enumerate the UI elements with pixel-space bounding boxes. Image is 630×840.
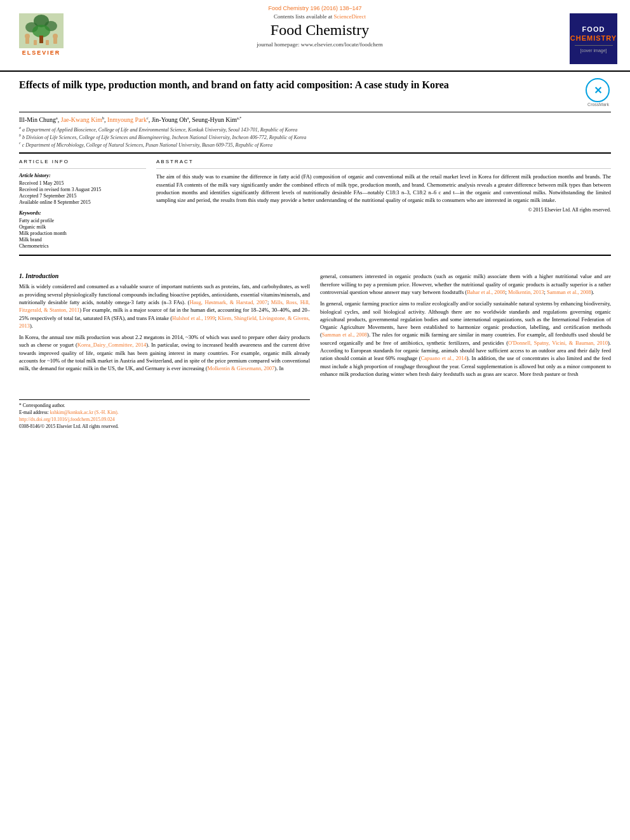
- elsevier-logo: ELSEVIER: [13, 13, 70, 56]
- author-jae-kwang-kim[interactable]: Jae-Kwang Kim: [61, 116, 102, 123]
- author-inmyoung-park[interactable]: Inmyoung Park: [107, 116, 147, 123]
- science-direct-text: Contents lists available at ScienceDirec…: [76, 13, 563, 20]
- author-jin-young-oh: Jin-Young Oh: [152, 116, 187, 123]
- intro-para-1: Milk is widely considered and consumed a…: [19, 283, 310, 330]
- footnote-doi: http://dx.doi.org/10.1016/j.foodchem.201…: [19, 417, 310, 422]
- article-history-items: Received 1 May 2015 Received in revised …: [19, 180, 146, 205]
- copyright-line: © 2015 Elsevier Ltd. All rights reserved…: [156, 207, 611, 213]
- keywords-list: Fatty acid profile Organic milk Milk pro…: [19, 218, 146, 249]
- history-item-2: Accepted 7 September 2015: [19, 193, 146, 199]
- svg-rect-5: [39, 36, 43, 43]
- journal-top-bar: ELSEVIER Contents lists available at Sci…: [13, 13, 617, 64]
- footnote-email: E-mail address: kshkim@konkuk.ac.kr (S.-…: [19, 410, 310, 415]
- footnote-doi-link[interactable]: http://dx.doi.org/10.1016/j.foodchem.201…: [19, 417, 114, 422]
- author-ill-min-chung: Ill-Min Chung: [19, 116, 56, 123]
- intro-heading: 1. Introduction: [19, 272, 310, 279]
- cite-haug-2007[interactable]: Haug, Høstmark, & Harstad, 2007: [189, 299, 267, 305]
- svg-rect-10: [34, 40, 37, 45]
- cite-capuano-2014[interactable]: Capuano et al., 2014: [421, 355, 467, 361]
- article-info-col: ARTICLE INFO Article history: Received 1…: [19, 159, 146, 250]
- abstract-col: ABSTRACT The aim of this study was to ex…: [156, 159, 611, 250]
- keyword-1: Organic milk: [19, 224, 146, 230]
- svg-rect-11: [46, 40, 49, 45]
- keyword-3: Milk brand: [19, 237, 146, 243]
- history-item-1: Received in revised form 3 August 2015: [19, 187, 146, 192]
- affiliation-c: c c Department of Microbiology, College …: [19, 141, 611, 148]
- crossmark-label: CrossMark: [586, 102, 611, 107]
- science-direct-link[interactable]: ScienceDirect: [334, 13, 366, 20]
- history-item-3: Available online 8 September 2015: [19, 199, 146, 205]
- abstract-text: The aim of this study was to examine the…: [156, 173, 611, 204]
- author-seung-hyun-kim: Seung-Hyun Kim: [192, 116, 237, 123]
- intro-para-2: In Korea, the annual raw milk production…: [19, 333, 310, 373]
- cite-samman-2008-2[interactable]: Samman et al., 2008: [322, 331, 367, 338]
- keyword-0: Fatty acid profile: [19, 218, 146, 223]
- thick-divider: [19, 152, 611, 154]
- intro-para-right-2: In general, organic farming practice aim…: [320, 300, 611, 378]
- abstract-paragraph: The aim of this study was to examine the…: [156, 173, 611, 204]
- body-right-col: general, consumers interested in organic…: [320, 272, 611, 430]
- affiliations: a a Department of Applied Bioscience, Co…: [19, 126, 611, 147]
- svg-point-9: [53, 34, 58, 39]
- cite-molkentin-2007[interactable]: Molkentin & Giesemann, 2007: [208, 365, 275, 371]
- cite-molkentin-2013[interactable]: Molkentin, 2013: [508, 289, 544, 295]
- authors-line: Ill-Min Chunga, Jae-Kwang Kimb, Inmyoung…: [19, 116, 611, 123]
- body-area: 1. Introduction Milk is widely considere…: [0, 267, 630, 436]
- cite-kliem-2013[interactable]: Kliem, Shingfield, Livingstone, & Givens…: [19, 315, 310, 329]
- cite-samman-2008[interactable]: Samman et al., 2008: [547, 289, 591, 295]
- badge-chemistry-label: CHEMISTRY: [570, 34, 617, 43]
- affiliation-b: b b Division of Life Sciences, College o…: [19, 133, 611, 140]
- divider-after-abstract-label: [156, 168, 611, 169]
- cite-odonnell-2010[interactable]: O'Donnell, Spatny, Vicini, & Bauman, 201…: [508, 340, 608, 346]
- bottom-thick-divider: [19, 255, 611, 256]
- elsevier-label: ELSEVIER: [22, 50, 61, 56]
- journal-header: Food Chemistry 196 (2016) 138–147: [0, 0, 630, 72]
- abstract-label: ABSTRACT: [156, 159, 611, 164]
- body-left-col: 1. Introduction Milk is widely considere…: [19, 272, 310, 430]
- svg-point-8: [25, 34, 30, 39]
- footnote-corresponding: * Corresponding author.: [19, 403, 310, 408]
- keywords-title: Keywords:: [19, 210, 146, 216]
- footnote-copyright: 0308-8146/© 2015 Elsevier Ltd. All right…: [19, 423, 310, 429]
- article-info-abstract-cols: ARTICLE INFO Article history: Received 1…: [19, 159, 611, 250]
- body-two-col: 1. Introduction Milk is widely considere…: [19, 272, 611, 430]
- journal-center: Contents lists available at ScienceDirec…: [70, 13, 570, 48]
- keyword-4: Chemometrics: [19, 243, 146, 249]
- cite-bahar-2008[interactable]: Bahar et al., 2008: [467, 289, 505, 295]
- article-title-section: Effects of milk type, production month, …: [19, 78, 611, 112]
- journal-reference-line: Food Chemistry 196 (2016) 138–147: [268, 5, 361, 11]
- elsevier-tree: [19, 13, 64, 48]
- footnote-email-link[interactable]: kshkim@konkuk.ac.kr (S.-H. Kim).: [50, 410, 119, 415]
- article-info-label: ARTICLE INFO: [19, 159, 146, 164]
- article-area: Effects of milk type, production month, …: [0, 72, 630, 267]
- cite-hulshof-1999[interactable]: Hulshof et al., 1999: [172, 315, 215, 321]
- keyword-2: Milk production month: [19, 230, 146, 236]
- article-history-title: Article history:: [19, 173, 146, 178]
- badge-food-label: FOOD: [570, 25, 617, 34]
- footnote-area: * Corresponding author. E-mail address: …: [19, 399, 310, 429]
- cite-korea-dairy-2014[interactable]: Korea_Dairy_Committee, 2014: [77, 342, 146, 348]
- divider-after-info-label: [19, 168, 146, 169]
- page: Food Chemistry 196 (2016) 138–147: [0, 0, 630, 840]
- intro-para-right-1: general, consumers interested in organic…: [320, 272, 611, 296]
- crossmark-badge: ✕ CrossMark: [586, 78, 611, 107]
- article-title: Effects of milk type, production month, …: [19, 78, 586, 92]
- journal-homepage: journal homepage: www.elsevier.com/locat…: [76, 41, 563, 48]
- affiliation-a: a a Department of Applied Bioscience, Co…: [19, 126, 611, 133]
- journal-title: Food Chemistry: [76, 22, 563, 39]
- crossmark-icon: ✕: [586, 78, 610, 102]
- history-item-0: Received 1 May 2015: [19, 180, 146, 186]
- food-chemistry-badge: FOOD CHEMISTRY [cover image]: [570, 13, 617, 64]
